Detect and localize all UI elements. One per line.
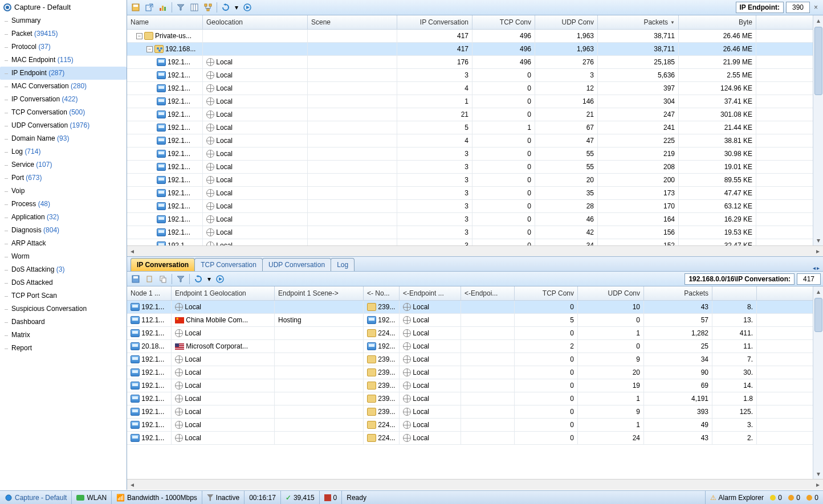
table-row[interactable]: 192.1... Local21021247301.08 KE <box>127 108 813 121</box>
table-row[interactable]: 192.1... Local304616416.29 KE <box>127 213 813 226</box>
sidebar-item-mac-endpoint[interactable]: MAC Endpoint (115) <box>0 54 127 67</box>
sidebar-item-ip-endpoint[interactable]: IP Endpoint (287) <box>0 67 127 80</box>
col-ep2-scene[interactable]: <-Endpoi... <box>461 286 515 300</box>
save-icon[interactable] <box>129 273 142 285</box>
table-row[interactable]: 192.1... Local305521930.98 KE <box>127 147 813 161</box>
horizontal-scrollbar-bottom[interactable]: ◂ ▸ <box>127 479 823 490</box>
sidebar-item-suspicious-conversation[interactable]: Suspicious Conversation <box>0 302 127 315</box>
col-packets[interactable]: Packets▼ <box>598 15 679 29</box>
col-ep2-geo[interactable]: <-Endpoint ... <box>400 286 461 300</box>
sidebar-item-arp-attack[interactable]: ARP Attack <box>0 237 127 250</box>
table-row[interactable]: 192.1... Local303415232.47 KE <box>127 239 813 245</box>
table-row[interactable]: 192.1... Local17649627625,18521.99 ME <box>127 56 813 69</box>
col-udp-conv[interactable]: UDP Conv <box>535 15 598 29</box>
scroll-up-icon[interactable]: ▴ <box>813 15 823 26</box>
refresh-dropdown-icon[interactable]: ▾ <box>206 273 213 285</box>
table-row[interactable]: 192.1... Local 224... Local01493. <box>127 419 813 432</box>
close-icon[interactable]: × <box>811 3 821 11</box>
table-row[interactable]: −Private-us...4174961,96338,71126.46 ME <box>127 30 813 43</box>
sidebar-item-matrix[interactable]: Matrix <box>0 329 127 342</box>
refresh-dropdown-icon[interactable]: ▾ <box>233 1 240 14</box>
table-row[interactable]: 192.1... Local404722538.81 KE <box>127 134 813 147</box>
status-wlan[interactable]: WLAN <box>72 491 112 504</box>
sidebar-item-mac-conversation[interactable]: MAC Conversation (280) <box>0 80 127 93</box>
table-row[interactable]: 192.1... Local303517347.47 KE <box>127 187 813 200</box>
table-row[interactable]: 192.1... Local1014630437.41 KE <box>127 95 813 108</box>
col-node2[interactable]: <- No... <box>364 286 400 300</box>
sidebar-item-summary[interactable]: Summary <box>0 14 127 27</box>
table-row[interactable]: 192.1... Local4012397124.96 KE <box>127 82 813 95</box>
col-ep1-scene[interactable]: Endpoint 1 Scene-> <box>275 286 364 300</box>
col-bytes[interactable] <box>712 286 757 300</box>
table-row[interactable]: 192.1... Local304215619.53 KE <box>127 226 813 239</box>
filter-icon[interactable] <box>174 1 187 14</box>
save-icon[interactable] <box>129 1 142 14</box>
play-icon[interactable] <box>214 273 226 285</box>
sidebar-item-tcp-port-scan[interactable]: TCP Port Scan <box>0 289 127 302</box>
table-row[interactable]: 192.1... Local3035,6362.55 ME <box>127 69 813 82</box>
table-row[interactable]: 112.1... China Mobile Com...Hosting 192.… <box>127 314 813 327</box>
copy-icon[interactable] <box>157 273 169 285</box>
table-row[interactable]: 192.1... Local 239... Local010438. <box>127 301 813 314</box>
table-row[interactable]: 192.1... Local 239... Local014,1911.8 <box>127 392 813 405</box>
table-row[interactable]: 192.1... Local305520819.01 KE <box>127 161 813 174</box>
table-row[interactable]: 20.18... Microsoft Corporat... 192... Lo… <box>127 340 813 353</box>
sidebar-item-domain-name[interactable]: Domain Name (93) <box>0 132 127 145</box>
scroll-left-icon[interactable]: ◂ <box>127 480 137 490</box>
vertical-scrollbar[interactable]: ▴ ▾ <box>813 15 823 245</box>
tab-prev-icon[interactable]: ◂ <box>813 265 816 271</box>
bookmark-icon[interactable] <box>143 273 156 285</box>
table-row[interactable]: 192.1... Local 239... Local09347. <box>127 353 813 366</box>
tab-tcp-conversation[interactable]: TCP Conversation <box>194 258 263 271</box>
horizontal-scrollbar-top[interactable]: ◂ ▸ <box>127 245 823 256</box>
sidebar-item-dos-attacking[interactable]: DoS Attacking (3) <box>0 263 127 276</box>
tab-next-icon[interactable]: ▸ <box>817 265 820 271</box>
sidebar-item-service[interactable]: Service (107) <box>0 158 127 171</box>
play-icon[interactable] <box>241 1 254 14</box>
col-geolocation[interactable]: Geolocation <box>203 15 308 29</box>
tree-expander-icon[interactable]: − <box>136 33 142 39</box>
refresh-icon[interactable] <box>192 273 205 285</box>
scroll-down-icon[interactable]: ▾ <box>813 235 823 245</box>
filter-icon[interactable] <box>174 273 187 285</box>
table-row[interactable]: 192.1... Local302020089.55 KE <box>127 174 813 187</box>
sidebar-item-dos-attacked[interactable]: DoS Attacked <box>0 276 127 289</box>
table-row[interactable]: 192.1... Local 239... Local0209030. <box>127 366 813 379</box>
status-alarm[interactable]: ⚠Alarm Explorer 0 0 0 <box>706 491 823 504</box>
table-row[interactable]: 192.1... Local 239... Local0196914. <box>127 379 813 392</box>
col-udp-conv[interactable]: UDP Conv <box>578 286 644 300</box>
scroll-right-icon[interactable]: ▸ <box>813 246 823 256</box>
sidebar-item-worm[interactable]: Worm <box>0 250 127 263</box>
tree-expander-icon[interactable]: − <box>146 46 153 52</box>
table-row[interactable]: 192.1... Local516724121.44 KE <box>127 121 813 134</box>
sidebar-item-dashboard[interactable]: Dashboard <box>0 315 127 329</box>
columns-icon[interactable] <box>188 1 201 14</box>
col-tcp-conv[interactable]: TCP Conv <box>472 15 535 29</box>
chart-icon[interactable] <box>157 1 169 14</box>
sidebar-item-diagnosis[interactable]: Diagnosis (804) <box>0 224 127 237</box>
refresh-icon[interactable] <box>219 1 232 14</box>
sidebar-item-log[interactable]: Log (714) <box>0 145 127 158</box>
col-scene[interactable]: Scene <box>308 15 397 29</box>
tab-ip-conversation[interactable]: IP Conversation <box>131 258 195 271</box>
col-packets[interactable]: Packets <box>644 286 712 300</box>
sidebar-item-packet[interactable]: Packet (39415) <box>0 27 127 40</box>
col-bytes[interactable]: Byte <box>679 15 756 29</box>
sidebar-item-application[interactable]: Application (32) <box>0 211 127 224</box>
table-row[interactable]: 192.1... Local 224... Local024432. <box>127 432 813 445</box>
table-row[interactable]: −192.168...4174961,96338,71126.46 ME <box>127 43 813 56</box>
col-name[interactable]: Name <box>127 15 203 29</box>
table-row[interactable]: 192.1... Local302817063.12 KE <box>127 200 813 213</box>
sidebar-item-port[interactable]: Port (673) <box>0 171 127 185</box>
scroll-down-icon[interactable]: ▾ <box>813 469 823 479</box>
table-row[interactable]: 192.1... Local 224... Local011,282411. <box>127 327 813 340</box>
tab-udp-conversation[interactable]: UDP Conversation <box>262 258 331 271</box>
col-tcp-conv[interactable]: TCP Conv <box>515 286 578 300</box>
status-capture[interactable]: Capture - Default <box>0 491 72 504</box>
col-ep1-geo[interactable]: Endpoint 1 Geolocation <box>172 286 275 300</box>
sidebar-item-udp-conversation[interactable]: UDP Conversation (1976) <box>0 119 127 132</box>
table-row[interactable]: 192.1... Local 239... Local09393125. <box>127 405 813 419</box>
scroll-up-icon[interactable]: ▴ <box>813 286 823 297</box>
sidebar-item-tcp-conversation[interactable]: TCP Conversation (500) <box>0 106 127 119</box>
status-bandwidth[interactable]: 📶Bandwidth - 1000Mbps <box>112 491 202 504</box>
